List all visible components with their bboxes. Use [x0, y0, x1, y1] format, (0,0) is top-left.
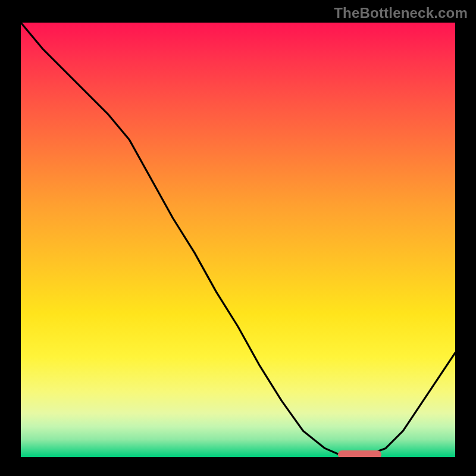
optimal-range-marker [338, 450, 381, 457]
plot-area [21, 23, 455, 457]
bottleneck-curve [21, 23, 455, 457]
watermark-text: TheBottleneck.com [334, 5, 468, 21]
chart-container: TheBottleneck.com [0, 0, 476, 476]
curve-path [21, 23, 455, 455]
